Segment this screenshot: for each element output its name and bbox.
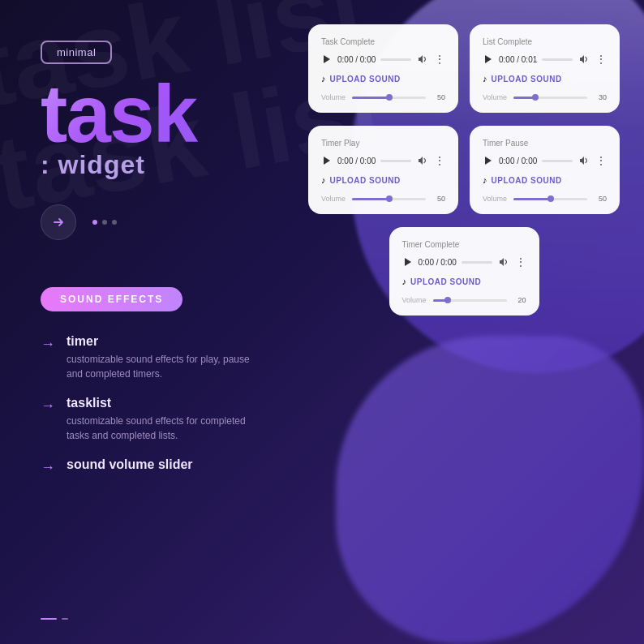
play-button-tcomplete[interactable] [402,256,414,268]
vol-fill-tpause [513,198,550,200]
upload-sound-tplay[interactable]: ♪ UPLOAD SOUND [321,175,445,185]
more-icon-tcomplete[interactable]: ⋮ [515,255,526,268]
cards-row-2: Timer Play 0:00 / 0:00 [308,126,620,214]
audio-player-task: 0:00 / 0:00 ⋮ [321,53,445,66]
pagination-dots [92,220,117,225]
volume-icon-task[interactable] [416,53,429,66]
vol-thumb-list [532,94,539,101]
more-icon-task[interactable]: ⋮ [434,53,445,66]
dot-2 [102,220,107,225]
upload-sound-tcomplete[interactable]: ♪ UPLOAD SOUND [402,277,526,286]
more-icon-list[interactable]: ⋮ [595,53,607,66]
dot-1 [92,220,97,225]
play-button-list[interactable] [483,54,494,65]
vol-thumb-tpause [547,195,554,202]
vol-thumb-task [386,94,393,101]
music-icon-tpause: ♪ [483,175,487,185]
play-button-task[interactable] [321,54,333,65]
music-icon-tcomplete: ♪ [402,277,407,286]
play-button-tpause[interactable] [483,155,494,166]
play-triangle-icon-list [485,55,492,63]
feature-volume-title: sound volume slider [67,457,193,472]
upload-sound-text-tpause: UPLOAD SOUND [492,176,562,185]
upload-sound-list[interactable]: ♪ UPLOAD SOUND [483,74,607,84]
progress-tplay[interactable] [380,160,411,162]
minimal-badge: minimal [41,41,112,64]
play-triangle-icon-tplay [324,157,330,165]
more-icon-tplay[interactable]: ⋮ [434,154,445,167]
vol-value-tpause: 50 [594,195,607,203]
cards-row-3: Timer Complete 0:00 / 0:00 [308,227,620,316]
volume-row-tcomplete: Volume 20 [402,296,526,304]
title-widget: : widget [41,150,268,180]
progress-tcomplete[interactable] [462,261,492,264]
vol-value-list: 30 [594,93,607,101]
vol-label-tplay: Volume [321,195,346,203]
vol-slider-task[interactable] [352,97,426,99]
progress-task[interactable] [380,58,411,61]
volume-icon-tpause[interactable] [577,154,590,167]
volume-icon-list[interactable] [577,53,590,66]
time-task: 0:00 / 0:00 [337,55,376,64]
volume-row-tplay: Volume 50 [321,195,445,203]
feature-volume: → sound volume slider [41,457,268,476]
vol-slider-list[interactable] [513,97,587,99]
more-icon-tpause[interactable]: ⋮ [595,154,607,167]
play-button-tplay[interactable] [321,155,333,166]
progress-tpause[interactable] [542,160,573,162]
vol-label-list: Volume [483,93,507,101]
audio-player-list: 0:00 / 0:01 ⋮ [483,53,607,66]
vol-slider-tcomplete[interactable] [433,299,507,302]
card-task-complete-label: Task Complete [321,37,445,46]
upload-sound-text-task: UPLOAD SOUND [330,75,401,84]
audio-player-tpause: 0:00 / 0:00 ⋮ [483,154,607,167]
badge-container: minimal [41,41,268,64]
upload-sound-task[interactable]: ♪ UPLOAD SOUND [321,74,445,84]
arrow-icon-volume: → [41,459,55,476]
card-timer-play-label: Timer Play [321,139,445,148]
card-timer-complete-label: Timer Complete [402,240,526,249]
feature-timer-title: timer [67,334,268,349]
play-triangle-icon-tpause [485,157,492,165]
bottom-dash-1 [41,618,57,620]
vol-thumb-tplay [386,195,393,202]
vol-label-task: Volume [321,93,346,101]
bottom-decoration [41,618,68,620]
upload-sound-text-list: UPLOAD SOUND [492,75,562,84]
dot-3 [112,220,117,225]
vol-fill-task [352,97,389,99]
feature-timer-content: timer customizable sound effects for pla… [67,334,268,381]
arrow-icon-tasklist: → [41,397,55,414]
volume-row-list: Volume 30 [483,93,607,101]
progress-list[interactable] [542,58,573,61]
card-timer-complete: Timer Complete 0:00 / 0:00 [389,227,539,316]
card-timer-play: Timer Play 0:00 / 0:00 [308,126,458,214]
sound-effects-badge: SOUND EFFECTS [41,287,182,311]
volume-icon-tcomplete[interactable] [497,255,510,268]
time-tpause: 0:00 / 0:00 [499,157,537,165]
nav-arrow-button[interactable] [41,204,76,240]
upload-sound-tpause[interactable]: ♪ UPLOAD SOUND [483,175,607,185]
card-task-complete: Task Complete 0:00 / 0:00 [308,24,458,113]
vol-fill-tplay [352,198,389,200]
card-timer-pause-label: Timer Pause [483,139,607,148]
widget-text: widget [58,150,145,179]
vol-value-tcomplete: 20 [513,296,526,304]
arrow-icon-timer: → [41,336,55,353]
vol-slider-tpause[interactable] [513,198,587,200]
card-list-complete-label: List Complete [483,37,607,46]
time-tcomplete: 0:00 / 0:00 [419,258,457,267]
feature-tasklist-desc: customizable sound effects for completed… [67,414,268,443]
music-icon-list: ♪ [483,74,487,84]
card-list-complete: List Complete 0:00 / 0:01 [470,24,620,113]
time-tplay: 0:00 / 0:00 [337,157,376,165]
vol-value-tplay: 50 [432,195,445,203]
volume-icon-tplay[interactable] [416,154,429,167]
vol-thumb-tcomplete [444,297,451,303]
feature-timer: → timer customizable sound effects for p… [41,334,268,381]
left-panel: minimal task : widget SOUND EFFECTS → [0,0,300,644]
vol-label-tpause: Volume [483,195,507,203]
volume-row-task: Volume 50 [321,93,445,101]
music-icon-tplay: ♪ [321,175,326,185]
vol-slider-tplay[interactable] [352,198,426,200]
